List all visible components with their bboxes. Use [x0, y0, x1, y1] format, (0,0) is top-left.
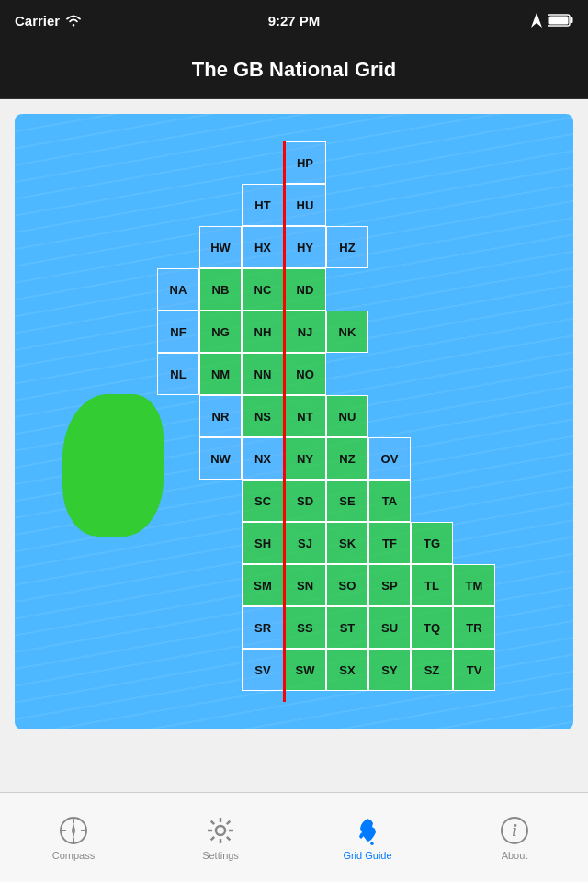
grid-cell-se[interactable]: SE	[326, 480, 368, 522]
grid-cell-nn[interactable]: NN	[242, 353, 284, 395]
grid-cell-nw[interactable]: NW	[199, 437, 242, 480]
grid-cell-sv[interactable]: SV	[242, 649, 284, 691]
grid-area: HPHTHUHWHXHYHZNANBNCNDNFNGNHNJNKNLNMNNNO…	[157, 141, 495, 691]
grid-cell-sj[interactable]: SJ	[284, 522, 326, 564]
status-time: 9:27 PM	[268, 13, 321, 28]
grid-cell-empty	[157, 141, 199, 184]
grid-row: SHSJSKTFTG	[157, 522, 495, 564]
grid-cell-su[interactable]: SU	[368, 606, 411, 649]
grid-cell-ht[interactable]: HT	[242, 184, 284, 226]
grid-cell-empty	[157, 649, 199, 691]
grid-cell-hu[interactable]: HU	[284, 184, 326, 226]
grid-row: HWHXHYHZ	[157, 226, 495, 268]
grid-cell-hx[interactable]: HX	[242, 226, 284, 268]
wifi-icon	[65, 14, 82, 27]
grid-cell-empty	[157, 606, 199, 649]
grid-row: SCSDSETA	[157, 480, 495, 522]
grid-cell-tr[interactable]: TR	[453, 606, 495, 649]
grid-cell-tg[interactable]: TG	[411, 522, 453, 564]
grid-cell-sm[interactable]: SM	[242, 564, 284, 606]
grid-cell-so[interactable]: SO	[326, 564, 368, 606]
grid-cell-sw[interactable]: SW	[284, 649, 326, 691]
grid-cell-nf[interactable]: NF	[157, 311, 199, 353]
about-icon: i	[499, 815, 530, 846]
tab-bar: Compass Settings	[0, 792, 588, 882]
grid-cell-nr[interactable]: NR	[199, 395, 242, 437]
tab-grid-guide[interactable]: Grid Guide	[294, 793, 441, 882]
grid-cell-nx[interactable]: NX	[242, 437, 284, 480]
grid-cell-nu[interactable]: NU	[326, 395, 368, 437]
grid-cell-nh[interactable]: NH	[242, 311, 284, 353]
grid-cell-nj[interactable]: NJ	[284, 311, 326, 353]
grid-row: NLNMNNNO	[157, 353, 495, 395]
grid-cell-ny[interactable]: NY	[284, 437, 326, 480]
grid-cell-nz[interactable]: NZ	[326, 437, 368, 480]
grid-cell-nm[interactable]: NM	[199, 353, 242, 395]
grid-cell-nc[interactable]: NC	[242, 268, 284, 311]
grid-cell-hy[interactable]: HY	[284, 226, 326, 268]
nav-title: The GB National Grid	[192, 58, 396, 82]
grid-row: NWNXNYNZOV	[157, 437, 495, 480]
grid-cell-ov[interactable]: OV	[368, 437, 411, 480]
grid-cell-empty	[157, 226, 199, 268]
grid-cell-ta[interactable]: TA	[368, 480, 411, 522]
grid-cell-empty	[199, 649, 242, 691]
grid-cell-nk[interactable]: NK	[326, 311, 368, 353]
grid-cell-nd[interactable]: ND	[284, 268, 326, 311]
svg-line-20	[211, 836, 215, 840]
grid-cell-sn[interactable]: SN	[284, 564, 326, 606]
grid-cell-hz[interactable]: HZ	[326, 226, 368, 268]
grid-cell-empty	[199, 184, 242, 226]
tab-settings[interactable]: Settings	[147, 793, 294, 882]
grid-cell-empty	[157, 480, 199, 522]
grid-row: HP	[157, 141, 495, 184]
compass-icon	[58, 815, 89, 846]
grid-cell-st[interactable]: ST	[326, 606, 368, 649]
about-label: About	[502, 850, 528, 861]
grid-cell-empty	[157, 564, 199, 606]
grid-cell-ns[interactable]: NS	[242, 395, 284, 437]
compass-label: Compass	[52, 850, 95, 861]
grid-cell-nt[interactable]: NT	[284, 395, 326, 437]
svg-line-17	[211, 820, 215, 824]
grid-cell-nl[interactable]: NL	[157, 353, 199, 395]
grid-cell-sc[interactable]: SC	[242, 480, 284, 522]
status-left: Carrier	[15, 13, 82, 28]
grid-cell-tl[interactable]: TL	[411, 564, 453, 606]
grid-cell-sr[interactable]: SR	[242, 606, 284, 649]
grid-cell-empty	[157, 184, 199, 226]
grid-cell-ss[interactable]: SS	[284, 606, 326, 649]
svg-rect-3	[549, 17, 569, 25]
grid-cell-sk[interactable]: SK	[326, 522, 368, 564]
grid-cell-empty	[157, 395, 199, 437]
grid-cell-sy[interactable]: SY	[368, 649, 411, 691]
tab-about[interactable]: i About	[441, 793, 588, 882]
grid-cell-na[interactable]: NA	[157, 268, 199, 311]
grid-cell-nb[interactable]: NB	[199, 268, 242, 311]
settings-icon	[205, 815, 236, 846]
grid-cell-empty	[199, 141, 242, 184]
grid-cell-tq[interactable]: TQ	[411, 606, 453, 649]
grid-cell-empty	[199, 522, 242, 564]
grid-cell-sz[interactable]: SZ	[411, 649, 453, 691]
location-icon	[531, 13, 542, 28]
grid-cell-no[interactable]: NO	[284, 353, 326, 395]
grid-cell-sx[interactable]: SX	[326, 649, 368, 691]
grid-cell-hw[interactable]: HW	[199, 226, 242, 268]
grid-cell-sp[interactable]: SP	[368, 564, 411, 606]
grid-row: NFNGNHNJNK	[157, 311, 495, 353]
settings-label: Settings	[202, 850, 239, 861]
grid-cell-tf[interactable]: TF	[368, 522, 411, 564]
grid-cell-sd[interactable]: SD	[284, 480, 326, 522]
grid-cell-hp[interactable]: HP	[284, 141, 326, 184]
grid-row: HTHU	[157, 184, 495, 226]
grid-cell-tm[interactable]: TM	[453, 564, 495, 606]
tab-compass[interactable]: Compass	[0, 793, 147, 882]
grid-cell-empty	[199, 564, 242, 606]
grid-cell-empty	[199, 606, 242, 649]
battery-icon	[548, 14, 573, 27]
grid-cell-ng[interactable]: NG	[199, 311, 242, 353]
grid-cell-tv[interactable]: TV	[453, 649, 495, 691]
grid-cell-sh[interactable]: SH	[242, 522, 284, 564]
svg-point-12	[216, 826, 225, 835]
